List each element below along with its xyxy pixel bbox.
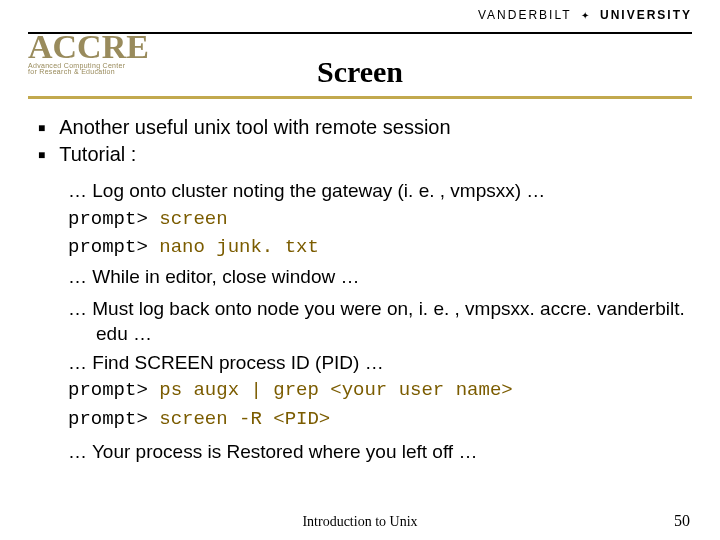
block-2: … Must log back onto node you were on, i… <box>68 296 690 433</box>
brand-part1: VANDERBILT <box>478 8 571 22</box>
brand-part2: UNIVERSITY <box>600 8 692 22</box>
command-line: prompt> screen <box>68 207 690 233</box>
instruction-line: … Log onto cluster noting the gateway (i… <box>68 178 690 204</box>
bullet-list: Another useful unix tool with remote ses… <box>38 114 690 168</box>
slide-title: Screen <box>0 55 720 89</box>
command-line: prompt> screen -R <PID> <box>68 407 690 433</box>
bullet-item: Another useful unix tool with remote ses… <box>38 114 690 141</box>
command-line: prompt> nano junk. txt <box>68 235 690 261</box>
instruction-line: … Must log back onto node you were on, i… <box>68 296 690 347</box>
instruction-line: … While in editor, close window … <box>68 264 690 290</box>
page-number: 50 <box>674 512 690 530</box>
slide-content: Another useful unix tool with remote ses… <box>38 114 690 467</box>
command-line: prompt> ps augx | grep <your user name> <box>68 378 690 404</box>
body-text: … Log onto cluster noting the gateway (i… <box>68 178 690 464</box>
block-1: … Log onto cluster noting the gateway (i… <box>68 178 690 290</box>
university-brand: VANDERBILT ✦ UNIVERSITY <box>478 8 692 22</box>
footer-title: Introduction to Unix <box>0 514 720 530</box>
gold-underline <box>28 96 692 99</box>
bullet-item: Tutorial : <box>38 141 690 168</box>
closing-line: … Your process is Restored where you lef… <box>68 439 690 465</box>
instruction-line: … Find SCREEN process ID (PID) … <box>68 350 690 376</box>
star-icon: ✦ <box>581 10 591 21</box>
